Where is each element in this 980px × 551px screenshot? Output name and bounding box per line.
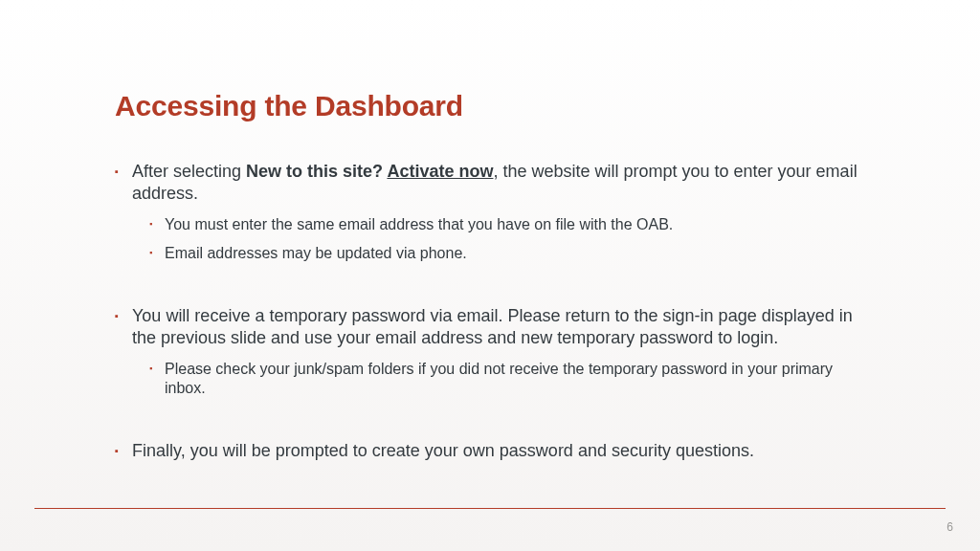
bullet-main-3: ▪ Finally, you will be prompted to creat…: [115, 440, 870, 462]
slide-title: Accessing the Dashboard: [115, 90, 870, 122]
bullet-text: Finally, you will be prompted to create …: [132, 440, 870, 462]
bullet-text: After selecting New to this site? Activa…: [132, 161, 870, 204]
bullet-marker-icon: ▪: [115, 305, 132, 326]
bullet-sub-group-2: ▪ Please check your junk/spam folders if…: [115, 360, 870, 398]
page-number: 6: [947, 520, 953, 534]
bullet-main-1: ▪ After selecting New to this site? Acti…: [115, 161, 870, 204]
slide: Accessing the Dashboard ▪ After selectin…: [0, 0, 980, 551]
bullet-marker-icon: ▪: [149, 244, 165, 262]
bullet-text: You must enter the same email address th…: [165, 215, 870, 234]
bullet-sub-group-1: ▪ You must enter the same email address …: [115, 215, 870, 263]
bullet-text: Please check your junk/spam folders if y…: [165, 360, 870, 398]
bullet-marker-icon: ▪: [115, 440, 132, 461]
bullet-sub: ▪ You must enter the same email address …: [149, 215, 870, 234]
text-bold-underline: Activate now: [387, 162, 493, 181]
bullet-main-2: ▪ You will receive a temporary password …: [115, 305, 870, 348]
text-bold: New to this site?: [246, 162, 387, 181]
bullet-sub: ▪ Email addresses may be updated via pho…: [149, 244, 870, 263]
bullet-text: Email addresses may be updated via phone…: [165, 244, 870, 263]
footer-divider: [34, 508, 946, 509]
text-segment: After selecting: [132, 162, 246, 181]
bullet-sub: ▪ Please check your junk/spam folders if…: [149, 360, 870, 398]
bullet-marker-icon: ▪: [149, 215, 165, 233]
bullet-text: You will receive a temporary password vi…: [132, 305, 870, 348]
bullet-marker-icon: ▪: [115, 161, 132, 182]
bullet-marker-icon: ▪: [149, 360, 165, 378]
